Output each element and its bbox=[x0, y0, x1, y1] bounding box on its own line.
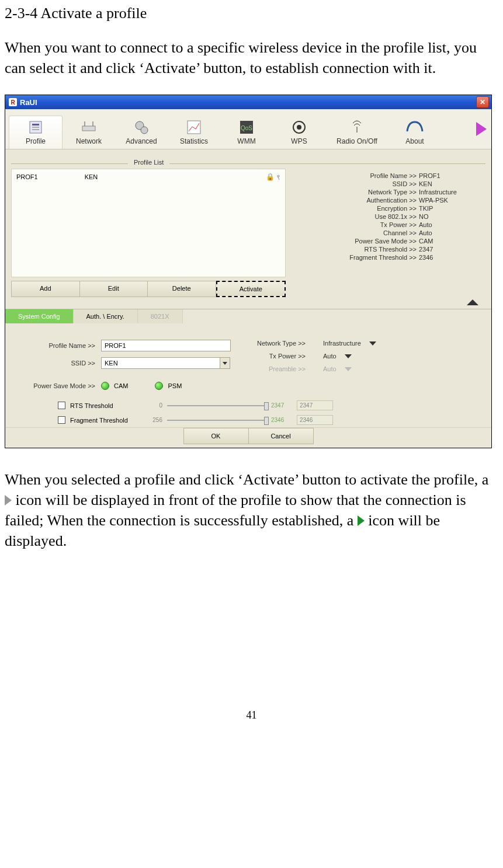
radio-psm[interactable] bbox=[155, 382, 163, 390]
label-tx-power: Tx Power >> bbox=[247, 353, 306, 360]
profile-list-body[interactable]: PROF1 KEN 🔒 ९ bbox=[11, 169, 286, 277]
svg-rect-1 bbox=[32, 124, 39, 126]
detail-row: Channel >>Auto bbox=[294, 229, 483, 236]
preamble-value: Auto bbox=[323, 365, 337, 372]
rts-checkbox[interactable] bbox=[58, 402, 65, 409]
tab-auth-encry[interactable]: Auth. \ Encry. bbox=[74, 309, 138, 323]
security-icons: 🔒 ९ bbox=[266, 173, 280, 181]
doc-section-heading: 2-3-4 Activate a profile bbox=[5, 5, 498, 22]
frag-checkbox[interactable] bbox=[58, 416, 65, 424]
success-triangle-icon bbox=[358, 515, 365, 526]
frag-max: 2346 bbox=[271, 417, 292, 423]
app-icon: R bbox=[9, 98, 17, 106]
ssid-input[interactable] bbox=[101, 357, 220, 369]
profile-list-legend: Profile List bbox=[128, 159, 169, 166]
profile-list-row[interactable]: PROF1 KEN 🔒 ९ bbox=[16, 173, 280, 181]
toolbar-network[interactable]: Network bbox=[63, 116, 115, 149]
toolbar-label: Advanced bbox=[126, 137, 157, 145]
tx-power-dropdown[interactable]: Auto bbox=[311, 353, 405, 360]
wps-icon bbox=[290, 118, 308, 136]
profile-details: Profile Name >>PROF1 SSID >>KEN Network … bbox=[289, 169, 485, 297]
svg-rect-9 bbox=[188, 121, 200, 134]
key-icon: ९ bbox=[276, 173, 280, 181]
ssid-dropdown-button[interactable] bbox=[220, 357, 230, 369]
profile-name-input[interactable] bbox=[101, 340, 231, 351]
profile-actions: Add Edit Delete Activate bbox=[11, 281, 286, 297]
detail-row: Network Type >>Infrastructure bbox=[294, 189, 483, 196]
close-button[interactable]: ✕ bbox=[476, 96, 489, 108]
slider-thumb[interactable] bbox=[264, 402, 269, 410]
toolbar-label: Profile bbox=[26, 137, 46, 145]
profile-row-name: PROF1 bbox=[16, 173, 38, 180]
network-icon bbox=[80, 118, 98, 136]
rts-max: 2347 bbox=[271, 402, 292, 409]
detail-row: Tx Power >>Auto bbox=[294, 221, 483, 228]
fail-triangle-icon bbox=[5, 495, 12, 506]
preamble-dropdown: Auto bbox=[311, 365, 405, 372]
about-icon bbox=[406, 118, 424, 136]
toolbar-label: WMM bbox=[237, 137, 255, 145]
profile-list: PROF1 KEN 🔒 ९ Add Edit Delete Activate bbox=[11, 169, 286, 297]
ok-button[interactable]: OK bbox=[183, 428, 249, 444]
toolbar-label: About bbox=[405, 137, 424, 145]
add-button[interactable]: Add bbox=[11, 281, 80, 297]
network-type-value: Infrastructure bbox=[323, 340, 361, 347]
cancel-button[interactable]: Cancel bbox=[249, 428, 314, 444]
network-type-dropdown[interactable]: Infrastructure bbox=[311, 340, 405, 347]
profile-icon bbox=[27, 118, 44, 136]
toolbar-advanced[interactable]: Advanced bbox=[115, 116, 168, 149]
label-power-save-mode: Power Save Mode >> bbox=[13, 382, 95, 389]
doc-paragraph-1: When you want to connect to a specific w… bbox=[5, 37, 498, 78]
collapse-toggle[interactable] bbox=[11, 297, 485, 309]
detail-row: Encryption >>TKIP bbox=[294, 205, 483, 212]
lock-icon: 🔒 bbox=[266, 173, 275, 181]
toolbar-statistics[interactable]: Statistics bbox=[168, 116, 220, 149]
label-network-type: Network Type >> bbox=[247, 340, 306, 347]
radio-cam-label: CAM bbox=[114, 382, 128, 389]
toolbar-about[interactable]: About bbox=[388, 116, 441, 149]
tab-8021x: 8021X bbox=[138, 309, 183, 323]
label-profile-name: Profile Name >> bbox=[13, 342, 95, 349]
radio-psm-label: PSM bbox=[168, 382, 182, 389]
radio-cam[interactable] bbox=[101, 382, 109, 390]
delete-button[interactable]: Delete bbox=[148, 281, 216, 297]
forward-arrow-icon[interactable] bbox=[476, 122, 487, 136]
svg-rect-3 bbox=[32, 129, 39, 130]
toolbar-wmm[interactable]: QoS WMM bbox=[220, 116, 273, 149]
edit-button[interactable]: Edit bbox=[80, 281, 148, 297]
profile-row-ssid: KEN bbox=[85, 173, 98, 180]
config-tabs: System Config Auth. \ Encry. 8021X bbox=[5, 309, 491, 323]
toolbar-radio[interactable]: Radio On/Off bbox=[325, 116, 388, 149]
svg-rect-2 bbox=[32, 127, 39, 128]
chevron-up-icon bbox=[467, 299, 478, 305]
toolbar-label: Statistics bbox=[180, 137, 208, 145]
slider-thumb[interactable] bbox=[264, 417, 269, 425]
svg-text:QoS: QoS bbox=[241, 125, 252, 131]
toolbar-label: WPS bbox=[291, 137, 307, 145]
toolbar-profile[interactable]: Profile bbox=[9, 116, 63, 149]
gear-icon bbox=[133, 118, 150, 136]
toolbar-label: Radio On/Off bbox=[337, 137, 377, 145]
tab-system-config[interactable]: System Config bbox=[5, 309, 74, 323]
profile-list-divider: Profile List bbox=[11, 163, 485, 164]
svg-point-13 bbox=[297, 125, 301, 130]
chevron-down-icon bbox=[345, 367, 352, 371]
detail-row: RTS Threshold >>2347 bbox=[294, 246, 483, 253]
chevron-down-icon bbox=[223, 362, 227, 365]
frag-slider[interactable] bbox=[167, 420, 266, 421]
config-bottom-buttons: OK Cancel bbox=[5, 427, 491, 444]
wmm-icon: QoS bbox=[238, 118, 255, 136]
label-rts: RTS Threshold bbox=[70, 402, 140, 409]
detail-row: Authentication >>WPA-PSK bbox=[294, 197, 483, 204]
toolbar-wps[interactable]: WPS bbox=[273, 116, 325, 149]
page-number: 41 bbox=[5, 709, 498, 727]
activate-button[interactable]: Activate bbox=[216, 281, 286, 297]
radio-icon bbox=[348, 118, 366, 136]
svg-point-8 bbox=[141, 127, 148, 134]
detail-row: Profile Name >>PROF1 bbox=[294, 172, 483, 179]
rts-slider[interactable] bbox=[167, 405, 266, 406]
toolbar-label: Network bbox=[76, 137, 102, 145]
svg-rect-4 bbox=[82, 126, 95, 131]
label-ssid: SSID >> bbox=[13, 360, 95, 367]
detail-row: Fragment Threshold >>2346 bbox=[294, 254, 483, 261]
